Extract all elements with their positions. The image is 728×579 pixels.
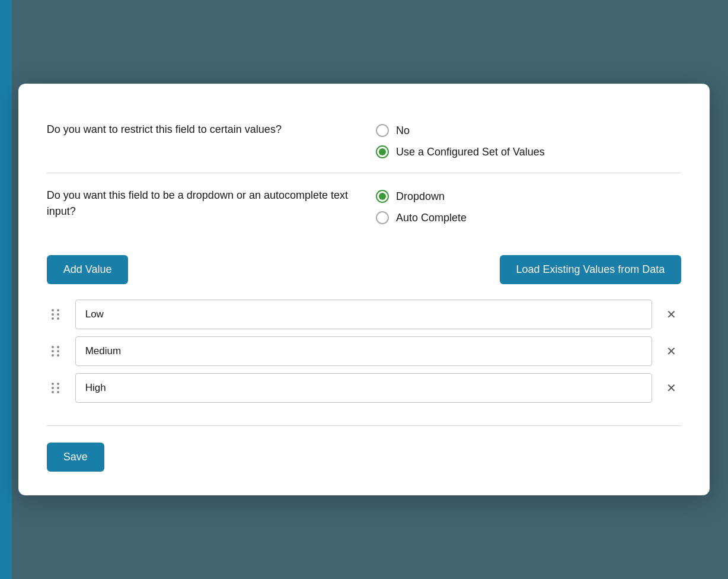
delete-value-3[interactable]: ✕: [662, 380, 681, 396]
restrict-options: No Use a Configured Set of Values: [376, 122, 681, 158]
restrict-option-no-label: No: [396, 125, 410, 137]
restrict-question: Do you want to restrict this field to ce…: [47, 122, 352, 138]
restrict-option-configured[interactable]: Use a Configured Set of Values: [376, 145, 681, 158]
value-row-1: ✕: [47, 296, 682, 333]
radio-autocomplete[interactable]: [376, 211, 389, 224]
drag-dots-1: [52, 309, 60, 320]
restrict-section: Do you want to restrict this field to ce…: [47, 107, 682, 173]
add-value-button[interactable]: Add Value: [47, 255, 129, 284]
teal-sidebar: [0, 0, 12, 579]
input-type-option-autocomplete-label: Auto Complete: [396, 212, 467, 224]
drag-dots-3: [52, 383, 60, 393]
input-type-question: Do you want this field to be a dropdown …: [47, 187, 352, 219]
input-type-option-dropdown-label: Dropdown: [396, 190, 445, 203]
load-existing-button[interactable]: Load Existing Values from Data: [500, 255, 682, 284]
input-type-options: Dropdown Auto Complete: [376, 187, 681, 224]
delete-value-1[interactable]: ✕: [662, 306, 681, 323]
value-row-2: ✕: [47, 333, 682, 370]
value-input-2[interactable]: [75, 336, 653, 366]
value-input-1[interactable]: [75, 300, 653, 329]
radio-no[interactable]: [376, 124, 389, 137]
drag-dots-2: [52, 346, 60, 357]
restrict-option-no[interactable]: No: [376, 124, 681, 137]
save-button[interactable]: Save: [47, 443, 104, 472]
drag-handle-3[interactable]: [47, 380, 66, 396]
modal-container: Do you want to restrict this field to ce…: [18, 84, 710, 495]
input-type-section: Do you want this field to be a dropdown …: [47, 173, 682, 238]
action-buttons-row: Add Value Load Existing Values from Data: [47, 238, 682, 296]
bottom-section: Save: [47, 425, 682, 472]
modal-backdrop: Do you want to restrict this field to ce…: [0, 0, 728, 579]
radio-dropdown[interactable]: [376, 190, 389, 203]
value-input-3[interactable]: [75, 373, 653, 403]
restrict-option-configured-label: Use a Configured Set of Values: [396, 146, 545, 158]
drag-handle-1[interactable]: [47, 307, 66, 322]
value-row-3: ✕: [47, 370, 682, 406]
radio-configured[interactable]: [376, 145, 389, 158]
input-type-option-dropdown[interactable]: Dropdown: [376, 190, 681, 203]
drag-handle-2[interactable]: [47, 343, 66, 359]
values-list: ✕ ✕: [47, 296, 682, 421]
delete-value-2[interactable]: ✕: [662, 343, 681, 360]
input-type-option-autocomplete[interactable]: Auto Complete: [376, 211, 681, 224]
